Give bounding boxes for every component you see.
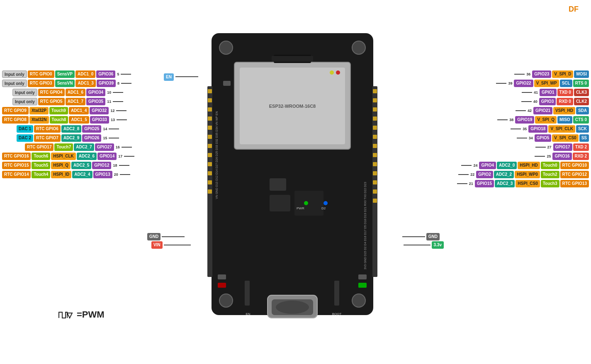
svg-rect-41 — [270, 195, 290, 211]
gpio3-badge: GPIO3 — [539, 98, 556, 105]
pin-num-24: 24 — [473, 163, 477, 167]
adc1-5-badge: ADC1_5 — [69, 116, 89, 124]
touch3-badge: Touch3 — [541, 180, 559, 187]
touch0-badge: Touch0 — [541, 162, 559, 169]
pin-num-42: 42 — [528, 109, 532, 113]
svg-rect-37 — [373, 189, 377, 194]
pin-num-13: 13 — [111, 118, 115, 122]
input-only-badge-4: Input only — [12, 98, 37, 105]
touch5-badge: Touch5 — [32, 162, 50, 169]
input-only-badge-2: Input only — [2, 80, 27, 87]
svg-rect-25 — [208, 189, 212, 194]
sensvp-badge: SensVP — [55, 70, 75, 78]
gpio17-badge: GPIO17 — [553, 143, 572, 151]
touch2-badge: Touch2 — [541, 171, 559, 178]
vspi-wp-badge: V_SPI_WP — [534, 80, 559, 87]
left-pin-row-1: Input only RTC GPIO0 SensVP ADC1_0 GPIO3… — [2, 70, 131, 78]
gpio36-badge: GPIO36 — [96, 70, 115, 78]
svg-rect-16 — [208, 107, 212, 112]
svg-rect-30 — [373, 126, 377, 130]
v33-right-area: 3.3v — [404, 241, 444, 249]
gnd-left-badge: GND — [147, 233, 161, 240]
pin-num-36: 36 — [526, 72, 530, 76]
svg-point-2 — [352, 41, 365, 54]
rtc-gpio6-badge: RTC GPIO6 — [34, 125, 61, 133]
touch4-badge: Touch4 — [32, 171, 50, 178]
gpio14-badge: GPIO14 — [97, 153, 117, 160]
right-pin-row-13: RTC GPIO13 Touch3 HSPI_CS0 ADC2_3 GPIO15… — [457, 180, 589, 187]
svg-text:PWR: PWR — [297, 206, 304, 210]
svg-rect-18 — [208, 126, 212, 130]
adc1-3-badge: ADC1_3 — [75, 80, 95, 87]
gpio25-badge: GPIO25 — [82, 125, 101, 133]
gpio13-badge: GPIO13 — [93, 171, 112, 178]
en-label-area: EN — [164, 73, 198, 81]
pin-num-38: 38 — [509, 118, 513, 122]
svg-rect-19 — [208, 135, 212, 139]
svg-text:D2: D2 — [321, 206, 326, 210]
clk2-badge: CLK2 — [574, 98, 589, 105]
svg-text:BOOT: BOOT — [332, 312, 342, 316]
adc2-4-badge: ADC2_4 — [72, 171, 92, 178]
rtc-gpio14-badge: RTC GPIO14 — [2, 171, 31, 178]
sensvn-badge: SensVN — [55, 80, 75, 87]
svg-point-45 — [323, 201, 328, 205]
rtc-gpio12-badge: RTC GPIO12 — [560, 171, 589, 178]
svg-rect-48 — [334, 281, 339, 306]
svg-rect-26 — [373, 89, 377, 93]
rtc-gpio17-badge: RTC GPIO17 — [25, 143, 54, 151]
gpio15-badge: GPIO15 — [475, 180, 494, 187]
pin-num-5: 5 — [117, 72, 119, 76]
pin-num-41: 41 — [534, 90, 538, 95]
pin-num-14: 14 — [103, 127, 107, 131]
pin-num-8: 8 — [117, 81, 119, 85]
right-pin-row-6: CTS 0 MISO V_SPI_Q GPIO19 38 — [497, 116, 589, 124]
right-pin-row-4: CLK2 RXD 0 GPIO3 40 — [521, 98, 589, 105]
svg-rect-15 — [208, 98, 212, 102]
input-only-badge-3: Input only — [12, 89, 37, 96]
hspi-wp0-badge: HSPI_WP0 — [515, 171, 540, 178]
txd0-badge: TXD 0 — [557, 89, 573, 96]
right-pin-row-7: SCK V_SPI_CLK GPIO18 35 — [511, 125, 589, 133]
svg-text:ESP32-WROOM-16C8: ESP32-WROOM-16C8 — [269, 104, 316, 109]
svg-marker-60 — [67, 313, 72, 318]
gnd-left-area: GND — [147, 233, 185, 240]
left-pin-row-5: RTC GPIO9 Xtal32P Touch9 ADC1_4 GPIO32 1… — [2, 107, 126, 114]
right-pin-row-11: RTC GPIO10 Touch0 HSPI_HD ADC2_0 GPIO4 2… — [461, 162, 589, 169]
left-pin-row-8: DAC 2 RTC GPIO7 ADC2_9 GPIO26 15 — [17, 134, 119, 142]
hspi-cs0-badge: HSPI_CS0 — [516, 180, 540, 187]
gpio23-badge: GPIO23 — [532, 70, 551, 78]
rtc-gpio9-badge: RTC GPIO9 — [2, 107, 29, 114]
gpio19-badge: GPIO19 — [515, 116, 534, 124]
pin-num-22: 22 — [470, 172, 474, 177]
left-pin-row-7: DAC 1 RTC GPIO6 ADC2_8 GPIO25 14 — [17, 125, 119, 133]
xtal32p-badge: Xtal32P — [29, 107, 49, 114]
svg-rect-57 — [358, 283, 367, 288]
gnd-right-badge: GND — [426, 233, 440, 240]
svg-rect-38 — [373, 199, 377, 203]
touch8-badge: Touch8 — [50, 116, 68, 124]
vspi-q-badge: V_SPI_Q — [535, 116, 557, 124]
adc2-7-badge: ADC2_7 — [74, 143, 94, 151]
gpio35-badge: GPIO35 — [86, 98, 105, 105]
left-pin-row-2: Input only RTC GPIO3 SensVN ADC1_3 GPIO3… — [2, 80, 131, 87]
gpio34-badge: GPIO34 — [86, 89, 105, 96]
pin-num-20: 20 — [114, 172, 118, 177]
right-pin-row-2: RTS 0 SCL V_SPI_WP GPIO22 39 — [496, 80, 589, 87]
rtc-gpio8-badge: RTC GPIO8 — [2, 116, 29, 124]
gpio22-badge: GPIO22 — [514, 80, 533, 87]
svg-rect-20 — [208, 144, 212, 148]
df-logo: DF — [569, 5, 579, 14]
svg-rect-39 — [223, 81, 231, 86]
hspi-q-badge: HSPI_Q — [51, 162, 71, 169]
clk3-badge: CLK3 — [574, 89, 589, 96]
svg-point-9 — [336, 70, 340, 75]
mosi-badge: MOSI — [574, 70, 589, 78]
svg-point-4 — [352, 294, 365, 307]
svg-rect-34 — [373, 162, 377, 166]
hspi-hd-badge: HSPI_HD — [518, 162, 540, 169]
svg-rect-35 — [373, 171, 377, 175]
txd2-badge: TXD 2 — [573, 143, 589, 151]
touch7-badge: Touch7 — [54, 143, 73, 151]
hspi-id-badge: HSPI_ID — [51, 171, 71, 178]
